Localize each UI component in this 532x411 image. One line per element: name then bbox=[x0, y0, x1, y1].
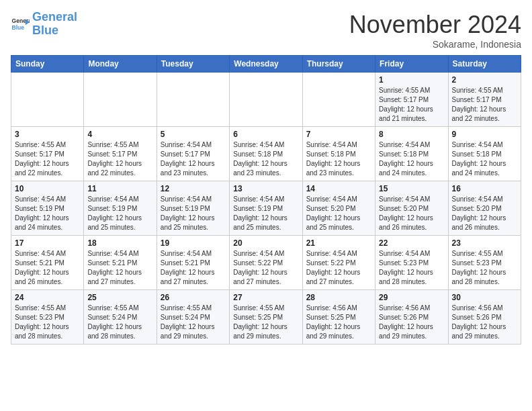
calendar-cell: 1Sunrise: 4:55 AM Sunset: 5:17 PM Daylig… bbox=[375, 73, 448, 127]
day-info: Sunrise: 4:54 AM Sunset: 5:18 PM Dayligh… bbox=[306, 140, 371, 178]
day-info: Sunrise: 4:54 AM Sunset: 5:21 PM Dayligh… bbox=[161, 249, 226, 287]
day-info: Sunrise: 4:54 AM Sunset: 5:18 PM Dayligh… bbox=[452, 140, 517, 178]
calendar-cell bbox=[157, 73, 229, 127]
day-number: 5 bbox=[161, 130, 226, 139]
calendar-cell bbox=[230, 73, 302, 127]
svg-text:Blue: Blue bbox=[12, 24, 25, 31]
day-info: Sunrise: 4:56 AM Sunset: 5:26 PM Dayligh… bbox=[379, 304, 444, 341]
calendar-cell: 20Sunrise: 4:54 AM Sunset: 5:22 PM Dayli… bbox=[230, 236, 302, 290]
calendar-week-4: 17Sunrise: 4:54 AM Sunset: 5:21 PM Dayli… bbox=[11, 236, 521, 290]
calendar-cell bbox=[302, 73, 375, 127]
weekday-header-saturday: Saturday bbox=[448, 56, 521, 73]
day-number: 13 bbox=[233, 184, 298, 193]
calendar-cell: 4Sunrise: 4:55 AM Sunset: 5:17 PM Daylig… bbox=[84, 127, 157, 181]
day-info: Sunrise: 4:54 AM Sunset: 5:19 PM Dayligh… bbox=[233, 195, 298, 232]
day-number: 8 bbox=[379, 130, 444, 139]
calendar-cell: 18Sunrise: 4:54 AM Sunset: 5:21 PM Dayli… bbox=[84, 236, 157, 290]
day-number: 9 bbox=[452, 130, 517, 139]
weekday-header-thursday: Thursday bbox=[302, 56, 375, 73]
day-number: 20 bbox=[233, 238, 298, 248]
day-info: Sunrise: 4:55 AM Sunset: 5:17 PM Dayligh… bbox=[452, 86, 517, 124]
day-number: 18 bbox=[87, 238, 152, 248]
calendar-cell: 19Sunrise: 4:54 AM Sunset: 5:21 PM Dayli… bbox=[157, 236, 229, 290]
day-info: Sunrise: 4:55 AM Sunset: 5:24 PM Dayligh… bbox=[161, 304, 226, 341]
calendar-cell: 12Sunrise: 4:54 AM Sunset: 5:19 PM Dayli… bbox=[157, 181, 229, 236]
day-number: 1 bbox=[379, 75, 444, 85]
day-number: 23 bbox=[452, 238, 517, 248]
calendar-cell bbox=[84, 73, 157, 127]
day-info: Sunrise: 4:55 AM Sunset: 5:23 PM Dayligh… bbox=[15, 304, 80, 341]
day-info: Sunrise: 4:54 AM Sunset: 5:21 PM Dayligh… bbox=[15, 249, 80, 287]
day-number: 14 bbox=[306, 184, 371, 193]
calendar-cell: 26Sunrise: 4:55 AM Sunset: 5:24 PM Dayli… bbox=[157, 290, 229, 345]
day-info: Sunrise: 4:55 AM Sunset: 5:24 PM Dayligh… bbox=[87, 304, 152, 341]
calendar-week-5: 24Sunrise: 4:55 AM Sunset: 5:23 PM Dayli… bbox=[11, 290, 521, 345]
day-number: 3 bbox=[15, 130, 80, 139]
day-info: Sunrise: 4:55 AM Sunset: 5:17 PM Dayligh… bbox=[15, 140, 80, 178]
calendar-cell: 14Sunrise: 4:54 AM Sunset: 5:20 PM Dayli… bbox=[302, 181, 375, 236]
calendar-cell: 7Sunrise: 4:54 AM Sunset: 5:18 PM Daylig… bbox=[302, 127, 375, 181]
calendar-cell: 9Sunrise: 4:54 AM Sunset: 5:18 PM Daylig… bbox=[448, 127, 521, 181]
day-number: 17 bbox=[15, 238, 80, 248]
day-number: 10 bbox=[15, 184, 80, 193]
day-info: Sunrise: 4:54 AM Sunset: 5:19 PM Dayligh… bbox=[161, 195, 226, 232]
calendar-cell: 13Sunrise: 4:54 AM Sunset: 5:19 PM Dayli… bbox=[230, 181, 302, 236]
month-title: November 2024 bbox=[349, 11, 521, 39]
day-info: Sunrise: 4:54 AM Sunset: 5:19 PM Dayligh… bbox=[15, 195, 80, 232]
calendar-cell: 28Sunrise: 4:56 AM Sunset: 5:25 PM Dayli… bbox=[302, 290, 375, 345]
day-number: 27 bbox=[233, 293, 298, 302]
day-number: 11 bbox=[87, 184, 152, 193]
day-info: Sunrise: 4:55 AM Sunset: 5:17 PM Dayligh… bbox=[87, 140, 152, 178]
weekday-header-monday: Monday bbox=[84, 56, 157, 73]
day-number: 24 bbox=[15, 293, 80, 302]
calendar-cell: 27Sunrise: 4:55 AM Sunset: 5:25 PM Dayli… bbox=[230, 290, 302, 345]
day-number: 15 bbox=[379, 184, 444, 193]
day-info: Sunrise: 4:54 AM Sunset: 5:17 PM Dayligh… bbox=[161, 140, 226, 178]
day-number: 26 bbox=[161, 293, 226, 302]
day-number: 16 bbox=[452, 184, 517, 193]
day-info: Sunrise: 4:54 AM Sunset: 5:19 PM Dayligh… bbox=[87, 195, 152, 232]
calendar-cell: 8Sunrise: 4:54 AM Sunset: 5:18 PM Daylig… bbox=[375, 127, 448, 181]
calendar-cell: 6Sunrise: 4:54 AM Sunset: 5:18 PM Daylig… bbox=[230, 127, 302, 181]
calendar-cell: 22Sunrise: 4:54 AM Sunset: 5:23 PM Dayli… bbox=[375, 236, 448, 290]
day-info: Sunrise: 4:54 AM Sunset: 5:18 PM Dayligh… bbox=[233, 140, 298, 178]
calendar-cell: 23Sunrise: 4:55 AM Sunset: 5:23 PM Dayli… bbox=[448, 236, 521, 290]
day-info: Sunrise: 4:54 AM Sunset: 5:21 PM Dayligh… bbox=[87, 249, 152, 287]
location-subtitle: Sokarame, Indonesia bbox=[349, 39, 521, 50]
weekday-header-friday: Friday bbox=[375, 56, 448, 73]
weekday-header-tuesday: Tuesday bbox=[157, 56, 229, 73]
day-info: Sunrise: 4:54 AM Sunset: 5:22 PM Dayligh… bbox=[306, 249, 371, 287]
day-number: 19 bbox=[161, 238, 226, 248]
day-number: 6 bbox=[233, 130, 298, 139]
day-info: Sunrise: 4:54 AM Sunset: 5:20 PM Dayligh… bbox=[306, 195, 371, 232]
logo-line2: Blue bbox=[32, 24, 58, 37]
calendar-cell: 21Sunrise: 4:54 AM Sunset: 5:22 PM Dayli… bbox=[302, 236, 375, 290]
calendar-cell: 10Sunrise: 4:54 AM Sunset: 5:19 PM Dayli… bbox=[11, 181, 84, 236]
day-number: 28 bbox=[306, 293, 371, 302]
calendar-cell: 17Sunrise: 4:54 AM Sunset: 5:21 PM Dayli… bbox=[11, 236, 84, 290]
calendar-cell: 15Sunrise: 4:54 AM Sunset: 5:20 PM Dayli… bbox=[375, 181, 448, 236]
day-info: Sunrise: 4:56 AM Sunset: 5:26 PM Dayligh… bbox=[452, 304, 517, 341]
day-number: 12 bbox=[161, 184, 226, 193]
day-number: 7 bbox=[306, 130, 371, 139]
calendar-cell: 29Sunrise: 4:56 AM Sunset: 5:26 PM Dayli… bbox=[375, 290, 448, 345]
day-info: Sunrise: 4:54 AM Sunset: 5:20 PM Dayligh… bbox=[379, 195, 444, 232]
calendar-cell: 3Sunrise: 4:55 AM Sunset: 5:17 PM Daylig… bbox=[11, 127, 84, 181]
day-info: Sunrise: 4:54 AM Sunset: 5:22 PM Dayligh… bbox=[233, 249, 298, 287]
calendar-week-2: 3Sunrise: 4:55 AM Sunset: 5:17 PM Daylig… bbox=[11, 127, 521, 181]
day-info: Sunrise: 4:55 AM Sunset: 5:17 PM Dayligh… bbox=[379, 86, 444, 124]
calendar-cell: 16Sunrise: 4:54 AM Sunset: 5:20 PM Dayli… bbox=[448, 181, 521, 236]
day-number: 2 bbox=[452, 75, 517, 85]
calendar-cell: 2Sunrise: 4:55 AM Sunset: 5:17 PM Daylig… bbox=[448, 73, 521, 127]
calendar-cell: 24Sunrise: 4:55 AM Sunset: 5:23 PM Dayli… bbox=[11, 290, 84, 345]
day-info: Sunrise: 4:55 AM Sunset: 5:23 PM Dayligh… bbox=[452, 249, 517, 287]
day-number: 4 bbox=[87, 130, 152, 139]
calendar-week-1: 1Sunrise: 4:55 AM Sunset: 5:17 PM Daylig… bbox=[11, 73, 521, 127]
calendar-cell: 30Sunrise: 4:56 AM Sunset: 5:26 PM Dayli… bbox=[448, 290, 521, 345]
title-block: November 2024 Sokarame, Indonesia bbox=[349, 11, 521, 50]
weekday-header-wednesday: Wednesday bbox=[230, 56, 302, 73]
logo-text: General Blue bbox=[32, 11, 77, 38]
day-info: Sunrise: 4:56 AM Sunset: 5:25 PM Dayligh… bbox=[306, 304, 371, 341]
calendar-cell: 5Sunrise: 4:54 AM Sunset: 5:17 PM Daylig… bbox=[157, 127, 229, 181]
logo: General Blue General Blue bbox=[11, 11, 77, 38]
